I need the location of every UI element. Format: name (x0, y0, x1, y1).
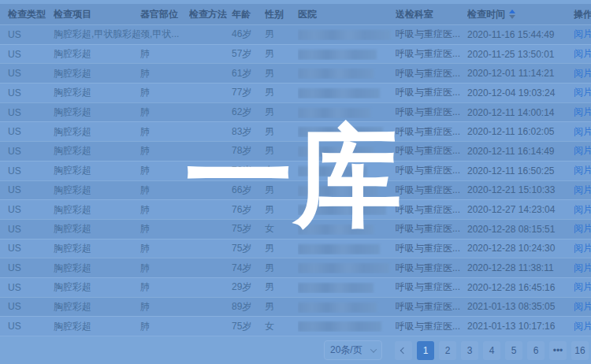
view-images-link[interactable]: 阅片 (574, 48, 591, 59)
table-row[interactable]: US 胸腔彩超 肺 76岁 女 呼吸与重症医... 2020-12-11 16:… (0, 161, 591, 180)
view-images-link[interactable]: 阅片 (574, 281, 591, 292)
cell-department: 呼吸与重症医... (396, 28, 467, 41)
cell-age: 76岁 (232, 164, 265, 177)
cell-gender: 男 (265, 125, 298, 139)
cell-organ: 肺 (140, 203, 189, 217)
cell-exam-time: 2020-11-25 13:50:01 (467, 49, 574, 60)
cell-hospital-redacted (298, 184, 396, 195)
page-button-3[interactable]: 3 (461, 341, 478, 360)
cell-age: 29岁 (232, 280, 265, 294)
redacted-block (298, 244, 380, 254)
cell-exam-time: 2020-12-11 16:02:05 (467, 126, 574, 137)
cell-exam-item: 胸腔彩超,甲状腺彩超 (54, 28, 140, 41)
cell-department: 呼吸与重症医... (396, 106, 467, 119)
cell-exam-item: 胸腔彩超 (54, 262, 140, 275)
page-size-select[interactable]: 20条/页 (324, 340, 382, 360)
cell-gender: 男 (265, 203, 298, 217)
cell-exam-item: 胸腔彩超 (54, 280, 140, 294)
cell-organ: 颈,甲状... (140, 28, 189, 41)
table-row[interactable]: US 胸腔彩超 肺 83岁 男 呼吸与重症医... 2020-12-11 16:… (0, 121, 591, 141)
table-row[interactable]: US 胸腔彩超 肺 62岁 男 呼吸与重症医... 2020-12-11 14:… (0, 102, 591, 122)
cell-actions: 阅片 (574, 184, 591, 197)
view-images-link[interactable]: 阅片 (574, 126, 591, 137)
table-row[interactable]: US 胸腔彩超 肺 89岁 男 呼吸与重症医... 2021-01-13 08:… (0, 297, 591, 317)
cell-department: 呼吸与重症医... (396, 86, 467, 99)
col-header-age: 年龄 (232, 8, 265, 21)
cell-exam-type: US (8, 282, 54, 293)
view-images-link[interactable]: 阅片 (574, 145, 591, 156)
cell-gender: 男 (265, 280, 298, 294)
table-row[interactable]: US 胸腔彩超 肺 77岁 男 呼吸与重症医... 2020-12-04 19:… (0, 83, 591, 102)
page-button-5[interactable]: 5 (505, 341, 522, 360)
cell-gender: 男 (265, 262, 298, 275)
cell-exam-type: US (8, 262, 54, 273)
cell-exam-item: 胸腔彩超 (54, 242, 140, 255)
view-images-link[interactable]: 阅片 (574, 28, 591, 39)
sort-caret-icon[interactable] (509, 9, 515, 19)
cell-exam-type: US (8, 107, 54, 118)
cell-age: 57岁 (232, 47, 265, 61)
table-row[interactable]: US 胸腔彩超 肺 29岁 男 呼吸与重症医... 2020-12-28 16:… (0, 277, 591, 297)
view-images-link[interactable]: 阅片 (574, 165, 591, 176)
cell-exam-type: US (8, 29, 54, 40)
cell-department: 呼吸与重症医... (396, 300, 467, 314)
table-row[interactable]: US 胸腔彩超 肺 75岁 女 呼吸与重症医... 2021-01-13 10:… (0, 316, 591, 336)
cell-exam-time: 2020-12-04 19:03:24 (467, 87, 574, 98)
col-header-exam-time[interactable]: 检查时间 (467, 8, 574, 21)
page-button-4[interactable]: 4 (483, 341, 500, 360)
cell-department: 呼吸与重症医... (396, 203, 467, 217)
page-button-1[interactable]: 1 (417, 341, 434, 360)
view-images-link[interactable]: 阅片 (574, 68, 591, 79)
page-button-6[interactable]: 6 (527, 341, 545, 360)
cell-gender: 女 (265, 320, 298, 333)
page-button-2[interactable]: 2 (439, 341, 456, 360)
cell-age: 76岁 (232, 203, 265, 217)
cell-exam-type: US (8, 184, 54, 195)
table-row[interactable]: US 胸腔彩超 肺 74岁 男 呼吸与重症医... 2020-12-28 11:… (0, 258, 591, 277)
redacted-block (298, 166, 367, 176)
cell-hospital-redacted (298, 126, 396, 137)
view-images-link[interactable]: 阅片 (574, 106, 591, 117)
exam-table: 检查类型 检查项目 器官部位 检查方法 年龄 性别 医院 送检科室 检查时间 操… (0, 4, 591, 336)
redacted-block (298, 283, 374, 293)
view-images-link[interactable]: 阅片 (574, 87, 591, 98)
table-row[interactable]: US 胸腔彩超 肺 66岁 男 呼吸与重症医... 2020-12-21 15:… (0, 180, 591, 200)
page-number-list: 123456•••16 (417, 341, 589, 360)
redacted-block (298, 147, 374, 157)
table-row[interactable]: US 胸腔彩超 肺 78岁 男 呼吸与重症医... 2020-12-11 16:… (0, 141, 591, 161)
cell-hospital-redacted (298, 243, 396, 254)
view-images-link[interactable]: 阅片 (574, 262, 591, 273)
cell-department: 呼吸与重症医... (396, 67, 467, 80)
view-images-link[interactable]: 阅片 (574, 301, 591, 312)
view-images-link[interactable]: 阅片 (574, 243, 591, 254)
table-row[interactable]: US 胸腔彩超 肺 75岁 女 呼吸与重症医... 2020-12-28 08:… (0, 219, 591, 239)
cell-exam-type: US (8, 68, 54, 79)
view-images-link[interactable]: 阅片 (574, 204, 591, 215)
cell-actions: 阅片 (574, 262, 591, 275)
cell-organ: 肺 (140, 164, 189, 177)
table-row[interactable]: US 胸腔彩超 肺 76岁 男 呼吸与重症医... 2020-12-27 14:… (0, 199, 591, 219)
cell-exam-time: 2020-12-01 11:14:21 (467, 68, 574, 79)
cell-actions: 阅片 (574, 86, 591, 99)
table-header-row: 检查类型 检查项目 器官部位 检查方法 年龄 性别 医院 送检科室 检查时间 操… (0, 4, 591, 24)
more-pages-button[interactable]: ••• (549, 341, 567, 360)
cell-organ: 肺 (140, 242, 189, 255)
view-images-link[interactable]: 阅片 (574, 321, 591, 332)
table-row[interactable]: US 胸腔彩超,甲状腺彩超 颈,甲状... 46岁 男 呼吸与重症医... 20… (0, 24, 591, 44)
redacted-block (298, 108, 370, 118)
table-row[interactable]: US 胸腔彩超 肺 61岁 男 呼吸与重症医... 2020-12-01 11:… (0, 63, 591, 83)
table-row[interactable]: US 胸腔彩超 肺 57岁 男 呼吸与重症医... 2020-11-25 13:… (0, 44, 591, 64)
cell-exam-time: 2020-12-11 14:00:14 (467, 107, 574, 118)
table-row[interactable]: US 胸腔彩超 肺 75岁 男 呼吸与重症医... 2020-12-28 10:… (0, 239, 591, 258)
cell-department: 呼吸与重症医... (396, 125, 467, 139)
view-images-link[interactable]: 阅片 (574, 223, 591, 234)
page-button-16[interactable]: 16 (571, 341, 589, 360)
redacted-block (298, 263, 389, 273)
cell-exam-item: 胸腔彩超 (54, 47, 140, 61)
cell-organ: 肺 (140, 47, 189, 61)
cell-exam-time: 2021-01-13 10:17:16 (467, 321, 574, 332)
view-images-link[interactable]: 阅片 (574, 184, 591, 195)
prev-page-button[interactable] (395, 341, 412, 360)
cell-hospital-redacted (298, 68, 396, 79)
cell-gender: 男 (265, 242, 298, 255)
